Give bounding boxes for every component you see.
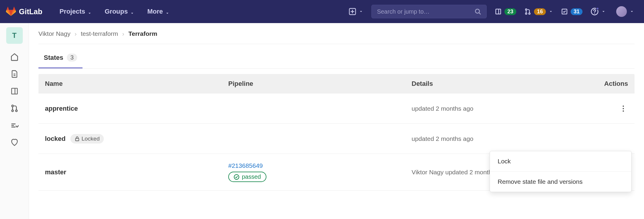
logo[interactable]: GitLab <box>6 7 42 17</box>
avatar <box>616 6 627 17</box>
tabs: States 3 <box>38 48 635 69</box>
chevron-down-icon <box>359 9 363 14</box>
sidebar-repository[interactable] <box>10 70 19 78</box>
breadcrumb-user[interactable]: Viktor Nagy <box>38 30 70 37</box>
todos-count-badge: 31 <box>571 8 582 15</box>
state-details: updated 2 months ago <box>412 135 473 142</box>
table-row: locked Locked updated 2 months ago <box>38 124 635 154</box>
state-name: locked Locked <box>45 134 228 144</box>
state-name: apprentice <box>45 105 228 112</box>
pipeline-status-text: passed <box>242 173 261 180</box>
breadcrumb: Viktor Nagy › test-terraform › Terraform <box>38 30 635 44</box>
svg-point-5 <box>529 13 530 14</box>
issue-icon <box>495 8 501 15</box>
state-name: master <box>45 168 228 176</box>
search-icon <box>475 8 481 15</box>
nav-groups-label: Groups <box>105 8 128 15</box>
chevron-right-icon: › <box>122 30 124 37</box>
chevron-down-icon <box>549 9 553 14</box>
global-search[interactable] <box>371 5 487 18</box>
pipeline-link[interactable]: #213685649 <box>228 162 263 169</box>
nav-more-label: More <box>147 8 163 15</box>
help-menu[interactable] <box>587 0 610 23</box>
plus-icon <box>349 8 356 15</box>
th-name: Name <box>45 80 228 88</box>
th-details: Details <box>412 80 596 88</box>
locked-badge: Locked <box>70 134 104 144</box>
svg-point-11 <box>15 110 17 112</box>
th-pipeline: Pipeline <box>228 80 412 88</box>
svg-point-4 <box>525 13 527 14</box>
svg-point-14 <box>623 110 624 112</box>
kebab-icon <box>622 105 624 112</box>
breadcrumb-project[interactable]: test-terraform <box>81 30 118 37</box>
sidebar-merge-requests[interactable] <box>10 104 19 112</box>
user-menu[interactable] <box>610 0 638 23</box>
breadcrumb-current: Terraform <box>128 30 157 37</box>
states-count-badge: 3 <box>67 54 77 62</box>
th-actions: Actions <box>596 80 628 88</box>
state-details: updated 2 months ago <box>412 105 473 112</box>
actions-dropdown: Lock Remove state file and versions <box>490 151 632 192</box>
pipeline-status-badge[interactable]: passed <box>228 172 266 182</box>
svg-point-10 <box>12 110 13 112</box>
svg-rect-2 <box>496 9 501 14</box>
search-input[interactable] <box>377 8 475 15</box>
chevron-down-icon <box>601 9 606 14</box>
mrs-count-badge: 16 <box>534 8 546 15</box>
nav-more[interactable]: More <box>141 0 176 23</box>
nav-groups[interactable]: Groups <box>98 0 141 23</box>
sidebar-ci-cd[interactable] <box>10 121 19 130</box>
locked-badge-text: Locked <box>82 136 100 142</box>
merge-request-icon <box>525 8 531 15</box>
table-row: apprentice updated 2 months ago <box>38 94 635 124</box>
merge-requests-link[interactable]: 16 <box>520 0 557 23</box>
chevron-down-icon <box>630 9 634 14</box>
logo-text: GitLab <box>19 7 42 16</box>
chevron-down-icon <box>88 9 92 14</box>
issues-count-badge: 23 <box>504 8 516 15</box>
main-content: Viktor Nagy › test-terraform › Terraform… <box>29 23 644 219</box>
left-sidebar: T <box>0 23 29 219</box>
tab-states-label: States <box>44 54 63 62</box>
state-name-text: locked <box>45 135 66 143</box>
sidebar-issues[interactable] <box>10 87 19 95</box>
lock-icon <box>75 136 80 141</box>
create-new-button[interactable] <box>345 0 367 23</box>
chevron-right-icon: › <box>75 30 77 37</box>
svg-point-1 <box>475 9 480 13</box>
svg-point-12 <box>623 105 624 107</box>
svg-point-9 <box>12 105 13 107</box>
check-circle-icon <box>234 174 240 180</box>
svg-point-13 <box>623 108 624 109</box>
notification-dot-icon <box>596 7 599 10</box>
nav-projects-label: Projects <box>59 8 85 15</box>
svg-point-3 <box>525 9 527 10</box>
svg-rect-8 <box>12 88 17 94</box>
sidebar-project-home[interactable] <box>10 53 19 61</box>
chevron-down-icon <box>165 9 169 14</box>
svg-rect-15 <box>75 138 79 141</box>
project-avatar[interactable]: T <box>6 27 23 44</box>
nav-projects[interactable]: Projects <box>53 0 98 23</box>
todos-link[interactable]: 31 <box>557 0 587 23</box>
tab-states[interactable]: States 3 <box>38 48 82 68</box>
row-actions-button[interactable] <box>619 104 628 113</box>
table-header: Name Pipeline Details Actions <box>38 74 635 94</box>
chevron-down-icon <box>130 9 134 14</box>
global-navbar: GitLab Projects Groups More 23 16 31 <box>0 0 644 23</box>
gitlab-icon <box>6 7 16 17</box>
dropdown-remove[interactable]: Remove state file and versions <box>490 172 631 192</box>
issues-link[interactable]: 23 <box>491 0 520 23</box>
dropdown-lock[interactable]: Lock <box>490 151 631 172</box>
sidebar-deployments[interactable] <box>10 139 19 147</box>
todo-icon <box>561 8 568 15</box>
